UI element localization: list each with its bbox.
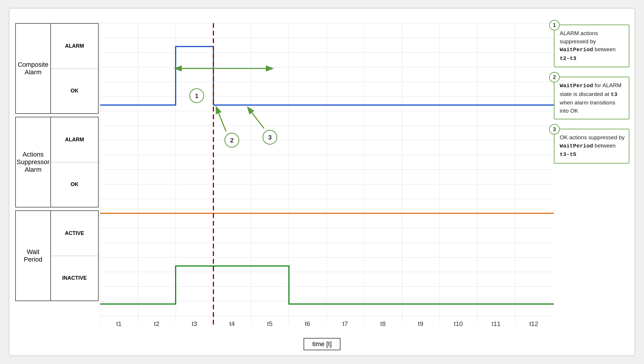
annotation-1: 1 ALARM actions suppressed by WaitPeriod… (554, 25, 629, 67)
composite-alarm-line (100, 47, 554, 105)
time-tick-t1: t1 (100, 320, 138, 328)
wait-period-line (100, 266, 554, 304)
composite-ok-state: OK (51, 69, 98, 114)
suppressor-alarm-states: ALARM OK (51, 117, 98, 207)
time-tick-t2: t2 (138, 320, 176, 328)
suppressor-alarm-state: ALARM (51, 117, 98, 162)
time-tick-t7: t7 (326, 320, 364, 328)
time-tick-t12: t12 (515, 320, 553, 328)
time-tick-t9: t9 (402, 320, 440, 328)
composite-alarm-block: CompositeAlarm ALARM OK (15, 23, 99, 114)
time-tick-t11: t11 (477, 320, 515, 328)
time-tick-t3: t3 (176, 320, 213, 328)
annotation-1-badge: 1 (549, 20, 560, 30)
label-3-text: 3 (268, 134, 272, 141)
arrow-3 (249, 109, 264, 128)
time-tick-t8: t8 (364, 320, 402, 328)
composite-alarm-states: ALARM OK (51, 24, 98, 113)
annotation-3-badge: 3 (549, 124, 560, 135)
time-axis: t1 t2 t3 t4 t5 t6 t7 t8 t9 t10 t11 t12 (100, 320, 553, 328)
chart-svg: 1 2 3 (100, 23, 554, 324)
composite-alarm-title: CompositeAlarm (16, 24, 51, 113)
annotation-3: 3 OK actions suppressed by WaitPeriod be… (554, 129, 629, 164)
label-2-text: 2 (230, 137, 234, 144)
suppressor-alarm-title: ActionsSuppressorAlarm (16, 117, 51, 207)
time-label: time [t] (304, 338, 340, 350)
label-1-text: 1 (195, 92, 198, 99)
wait-period-block: WaitPeriod ACTIVE INACTIVE (15, 210, 99, 301)
time-tick-t5: t5 (251, 320, 289, 328)
arrow-2 (217, 109, 226, 131)
wait-inactive-state: INACTIVE (51, 256, 98, 301)
annotations-panel: 1 ALARM actions suppressed by WaitPeriod… (554, 25, 629, 173)
main-container: 1 2 3 CompositeAlarm ALARM OK ActionsSup… (9, 8, 635, 356)
wait-period-states: ACTIVE INACTIVE (51, 211, 98, 301)
wait-active-state: ACTIVE (51, 211, 98, 256)
annotation-2: 2 WaitPeriod for ALARM state is discarde… (554, 77, 629, 119)
time-tick-t6: t6 (289, 320, 326, 328)
suppressor-alarm-block: ActionsSuppressorAlarm ALARM OK (15, 117, 99, 207)
time-tick-t10: t10 (439, 320, 477, 328)
wait-period-title: WaitPeriod (16, 211, 51, 301)
time-tick-t4: t4 (213, 320, 251, 328)
composite-alarm-state: ALARM (51, 24, 98, 69)
annotation-2-badge: 2 (549, 72, 560, 83)
suppressor-ok-state: OK (51, 162, 98, 207)
